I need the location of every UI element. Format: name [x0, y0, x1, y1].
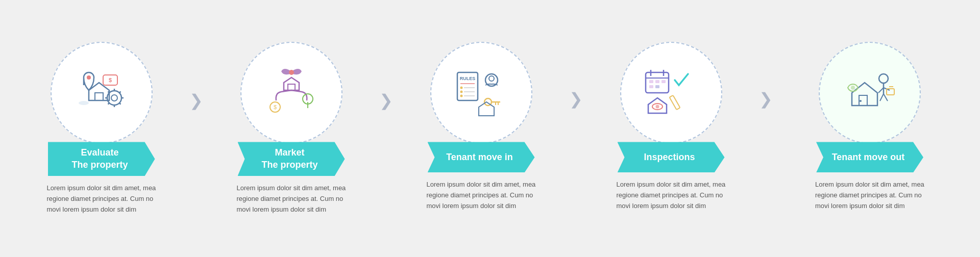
svg-point-6: [111, 95, 117, 101]
step-moveout-label: Tenant move out: [816, 142, 923, 172]
arrow-4: ❯: [757, 89, 775, 109]
step-wrapper-5: Tenant move out Lorem ipsum dolor sit di…: [775, 42, 965, 211]
svg-line-14: [119, 92, 121, 93]
svg-rect-45: [669, 95, 680, 110]
step-market: $ Market The property Lorem ipsum dolor …: [205, 42, 377, 215]
step-inspections-label: Inspections: [618, 142, 725, 172]
svg-point-0: [79, 101, 89, 105]
step-movein-description: Lorem ipsum dolor sit dim amet, mea regi…: [423, 179, 540, 211]
step-market-description: Lorem ipsum dolor sit dim amet, mea regi…: [233, 183, 350, 215]
step-market-circle: $: [240, 42, 342, 144]
svg-point-24: [460, 87, 462, 89]
svg-rect-43: [649, 85, 653, 88]
step-wrapper-4: Inspections Lorem ipsum dolor sit dim am…: [585, 42, 775, 211]
svg-point-1: [87, 75, 91, 80]
svg-rect-16: [288, 84, 295, 90]
svg-text:$: $: [273, 104, 276, 110]
svg-point-58: [851, 86, 855, 90]
step-moveout: Tenant move out Lorem ipsum dolor sit di…: [775, 42, 965, 211]
step-evaluate-circle: $: [51, 42, 153, 144]
svg-rect-2: [95, 93, 103, 100]
svg-line-54: [880, 94, 884, 101]
svg-text:RULES: RULES: [459, 76, 475, 81]
arrow-3: ❯: [567, 89, 585, 109]
step-inspections-circle: [620, 42, 722, 144]
infographic: $ Ev: [10, 32, 970, 225]
step-wrapper-1: $ Ev: [15, 42, 205, 215]
step-evaluate: $ Ev: [15, 42, 187, 215]
svg-text:$: $: [108, 77, 111, 83]
step-evaluate-label: Evaluate The property: [48, 142, 155, 176]
step-wrapper-3: RULES: [395, 42, 585, 211]
svg-point-50: [879, 74, 888, 83]
step-wrapper-2: $ Market The property Lorem ipsum dolor …: [205, 42, 395, 215]
step-movein-circle: RULES: [430, 42, 532, 144]
svg-line-52: [878, 88, 884, 93]
svg-rect-40: [649, 80, 653, 83]
svg-line-12: [119, 103, 121, 105]
step-market-label: Market The property: [238, 142, 345, 176]
step-evaluate-description: Lorem ipsum dolor sit dim amet, mea regi…: [43, 183, 160, 215]
svg-line-13: [108, 103, 109, 105]
svg-point-47: [655, 105, 659, 109]
svg-rect-44: [655, 85, 659, 88]
svg-point-26: [460, 91, 462, 93]
svg-line-11: [108, 92, 109, 93]
step-moveout-description: Lorem ipsum dolor sit dim amet, mea regi…: [811, 179, 928, 211]
svg-point-49: [860, 100, 862, 102]
step-movein-label: Tenant move in: [428, 142, 535, 172]
step-moveout-circle: [819, 42, 921, 144]
svg-point-31: [489, 76, 494, 81]
svg-rect-42: [662, 80, 666, 83]
arrow-1: ❯: [187, 91, 205, 110]
step-inspections: Inspections Lorem ipsum dolor sit dim am…: [585, 42, 757, 211]
svg-point-15: [289, 70, 294, 75]
svg-rect-41: [655, 80, 659, 83]
step-movein: RULES: [395, 42, 567, 211]
arrow-2: ❯: [377, 91, 395, 110]
svg-point-28: [460, 95, 462, 97]
step-inspections-description: Lorem ipsum dolor sit dim amet, mea regi…: [612, 179, 730, 211]
